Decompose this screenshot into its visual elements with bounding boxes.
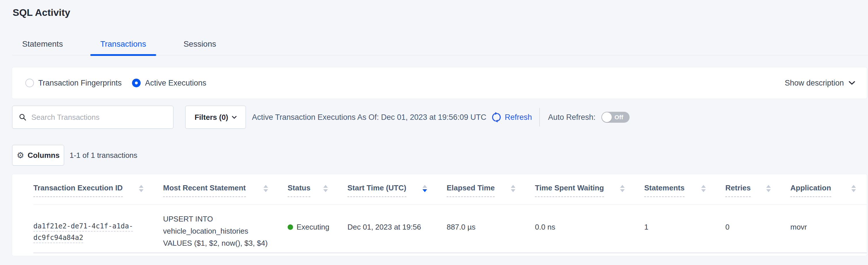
tab-statements[interactable]: Statements <box>12 39 73 55</box>
column-header-retries: Retries <box>725 184 790 197</box>
sort-icon[interactable] <box>766 185 771 192</box>
column-header-most-recent-statement: Most Recent Statement <box>163 184 288 197</box>
column-header-status: Status <box>288 184 347 197</box>
sort-icon[interactable] <box>323 185 328 192</box>
tab-transactions[interactable]: Transactions <box>90 39 156 55</box>
cell-most-recent-statement: UPSERT INTO vehicle_location_histories V… <box>163 213 288 249</box>
table-controls-row: ⚙ Columns 1-1 of 1 transactions <box>12 145 867 166</box>
toolbar: Filters (0) Active Transaction Execution… <box>12 106 867 129</box>
refresh-button[interactable]: Refresh <box>505 113 532 122</box>
column-header-label[interactable]: Elapsed Time <box>447 184 495 197</box>
tab-sessions[interactable]: Sessions <box>174 39 226 55</box>
column-header-label[interactable]: Start Time (UTC) <box>347 184 406 197</box>
cell-elapsed-time: 887.0 µs <box>447 223 535 232</box>
gear-icon: ⚙ <box>17 151 24 160</box>
statement-line: vehicle_location_histories <box>163 225 279 237</box>
radio-selected-icon[interactable] <box>132 79 141 87</box>
sort-icon-active-desc[interactable] <box>423 185 427 192</box>
filters-button[interactable]: Filters (0) <box>185 106 246 129</box>
cell-transaction-execution-id: da1f21e2-de71-4c1f-a1da-dc9fc94a84a2 <box>33 213 163 243</box>
view-selector-card: Transaction Fingerprints Active Executio… <box>12 68 867 99</box>
search-icon <box>19 113 27 122</box>
column-header-label[interactable]: Transaction Execution ID <box>33 184 123 197</box>
search-box <box>12 106 174 129</box>
status-label: Executing <box>297 223 329 232</box>
column-header-start-time: Start Time (UTC) <box>347 184 447 197</box>
toggle-state-label: Off <box>615 114 623 121</box>
page-title: SQL Activity <box>13 7 868 18</box>
transaction-execution-id-link[interactable]: da1f21e2-de71-4c1f-a1da-dc9fc94a84a2 <box>33 220 134 243</box>
radio-unselected-icon[interactable] <box>25 79 34 87</box>
show-description-button[interactable]: Show description <box>784 79 855 87</box>
cell-start-time: Dec 01, 2023 at 19:56 <box>347 223 447 232</box>
toggle-knob[interactable] <box>602 112 612 122</box>
column-header-label[interactable]: Most Recent Statement <box>163 184 246 197</box>
toolbar-divider <box>539 108 540 127</box>
radio-label: Active Executions <box>145 79 206 87</box>
columns-button[interactable]: ⚙ Columns <box>12 145 64 166</box>
statement-line: VALUES ($1, $2, now(), $3, $4) <box>163 237 279 249</box>
column-header-statements: Statements <box>644 184 725 197</box>
cell-retries: 0 <box>725 223 790 232</box>
chevron-down-icon <box>232 116 237 119</box>
sort-icon[interactable] <box>620 185 625 192</box>
column-header-transaction-execution-id: Transaction Execution ID <box>33 184 163 197</box>
column-header-elapsed-time: Elapsed Time <box>447 184 535 197</box>
transactions-table: Transaction Execution ID Most Recent Sta… <box>12 174 867 256</box>
table-row: da1f21e2-de71-4c1f-a1da-dc9fc94a84a2 UPS… <box>33 205 867 253</box>
cell-time-spent-waiting: 0.0 ns <box>535 223 644 232</box>
column-header-label[interactable]: Retries <box>725 184 751 197</box>
refresh-icon[interactable] <box>491 112 502 123</box>
column-header-label[interactable]: Status <box>288 184 310 197</box>
statement-line: UPSERT INTO <box>163 213 279 225</box>
radio-active-executions[interactable]: Active Executions <box>132 79 206 87</box>
column-header-label[interactable]: Statements <box>644 184 684 197</box>
status-executing-dot-icon <box>288 224 293 230</box>
column-header-application: Application <box>790 184 859 197</box>
search-input[interactable] <box>12 106 174 129</box>
column-header-label[interactable]: Time Spent Waiting <box>535 184 604 197</box>
cell-application: movr <box>790 223 859 232</box>
chevron-down-icon <box>848 81 855 85</box>
sort-icon[interactable] <box>851 185 856 192</box>
radio-transaction-fingerprints[interactable]: Transaction Fingerprints <box>25 79 122 87</box>
cell-statements: 1 <box>644 223 725 232</box>
column-header-label[interactable]: Application <box>790 184 831 197</box>
auto-refresh-toggle[interactable]: Off <box>601 112 629 123</box>
column-header-time-spent-waiting: Time Spent Waiting <box>535 184 644 197</box>
tab-bar: Statements Transactions Sessions <box>12 39 868 55</box>
auto-refresh-label: Auto Refresh: <box>548 113 595 122</box>
radio-label: Transaction Fingerprints <box>38 79 122 87</box>
table-header-row: Transaction Execution ID Most Recent Sta… <box>33 174 867 205</box>
filters-label: Filters (0) <box>194 113 228 122</box>
as-of-timestamp: Active Transaction Executions As Of: Dec… <box>252 113 486 122</box>
columns-label: Columns <box>28 151 60 160</box>
view-radio-group: Transaction Fingerprints Active Executio… <box>25 79 217 87</box>
sort-icon[interactable] <box>511 185 516 192</box>
cell-status: Executing <box>288 213 347 232</box>
sort-icon[interactable] <box>264 185 268 192</box>
sort-icon[interactable] <box>139 185 144 192</box>
sort-icon[interactable] <box>701 185 706 192</box>
show-description-label: Show description <box>784 79 844 87</box>
results-count: 1-1 of 1 transactions <box>70 151 137 160</box>
sql-activity-page: SQL Activity Statements Transactions Ses… <box>0 7 868 265</box>
